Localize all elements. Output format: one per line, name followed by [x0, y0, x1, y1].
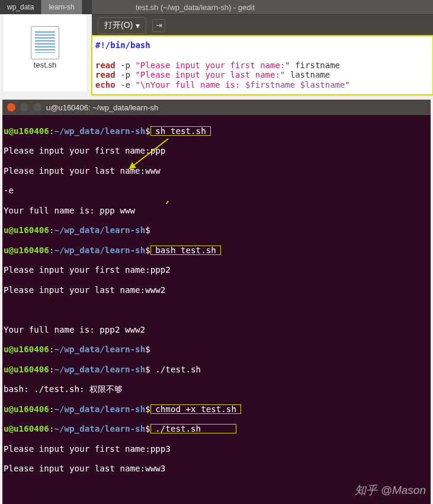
out: Your full name is: ppp2 www2: [4, 325, 429, 335]
file-test-sh[interactable]: test.sh: [31, 26, 59, 69]
tab-learn-sh[interactable]: learn-sh: [41, 0, 82, 14]
save-tab-button[interactable]: ⇥: [152, 19, 165, 32]
gedit-toolbar: 打开(O) ▾ ⇥: [92, 14, 433, 36]
chevron-down-icon: ▾: [136, 21, 140, 30]
minimize-icon[interactable]: [110, 3, 118, 11]
file-label: test.sh: [34, 60, 56, 69]
file-icon: [31, 26, 59, 59]
out: Please input your first name:ppp: [4, 146, 429, 156]
out: Please input your last name:www: [4, 166, 429, 176]
cmd-bash: bash test.sh: [150, 245, 222, 255]
cmd-chmod: chmod +x test.sh: [150, 404, 242, 414]
maximize-icon[interactable]: [33, 103, 41, 111]
terminal-window: u@u160406: ~/wp_data/learn-sh u@u160406:…: [2, 100, 431, 504]
cmd-exec: ./test.sh: [150, 424, 236, 433]
out: bash: ./test.sh: 权限不够: [4, 384, 429, 394]
file-browser-pane: test.sh: [4, 14, 86, 91]
out: Please input your last name:www2: [4, 285, 429, 295]
close-icon[interactable]: [97, 3, 105, 11]
code-shebang: #!/bin/bash: [95, 40, 150, 50]
gedit-title: test.sh (~/wp_data/learn-sh) - gedit: [136, 3, 255, 12]
kw: read: [95, 60, 116, 70]
gedit-titlebar: test.sh (~/wp_data/learn-sh) - gedit: [92, 0, 433, 14]
out: Please input your last name:www3: [4, 464, 429, 474]
cmd-sh: sh test.sh: [150, 126, 211, 136]
out: Please input your first name:ppp2: [4, 265, 429, 275]
gedit-code-area[interactable]: #!/bin/bash read -p "Please input your f…: [92, 36, 433, 95]
open-label: 打开(O): [104, 20, 133, 31]
terminal-body[interactable]: u@u160406:~/wp_data/learn-sh$ sh test.sh…: [2, 115, 431, 504]
out: Please input your first name:ppp3: [4, 444, 429, 454]
svg-line-1: [147, 201, 168, 204]
out: Your full name is: ppp www: [4, 206, 429, 216]
tab-wp-data[interactable]: wp_data: [0, 0, 41, 14]
maximize-icon[interactable]: [123, 3, 131, 11]
open-button[interactable]: 打开(O) ▾: [98, 17, 146, 34]
out: -e: [4, 186, 429, 196]
terminal-title: u@u160406: ~/wp_data/learn-sh: [46, 103, 158, 112]
terminal-titlebar: u@u160406: ~/wp_data/learn-sh: [2, 100, 431, 115]
minimize-icon[interactable]: [20, 103, 28, 111]
gedit-window: test.sh (~/wp_data/learn-sh) - gedit 打开(…: [92, 0, 433, 95]
close-icon[interactable]: [7, 103, 15, 111]
